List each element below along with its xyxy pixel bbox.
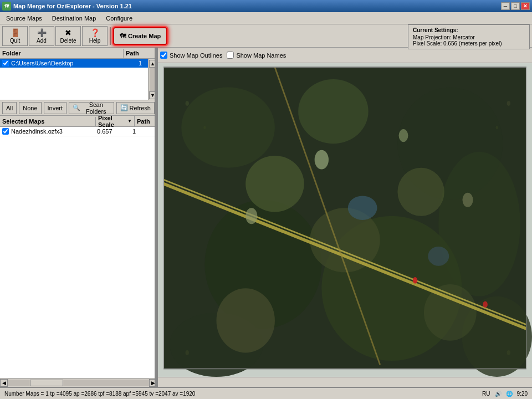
- svg-point-25: [186, 101, 189, 106]
- delete-button[interactable]: ✖ Delete: [55, 26, 81, 46]
- right-panel: Show Map Outlines Show Map Names: [158, 48, 532, 387]
- status-right: RU 🔊 🌐 9:20: [482, 391, 528, 397]
- main-toolbar: 🚪 Quit ➕ Add ✖ Delete ❓ Help 🗺 Create Ma…: [0, 24, 532, 48]
- svg-point-21: [315, 150, 329, 170]
- h-scroll-thumb[interactable]: [30, 380, 63, 386]
- add-icon: ➕: [37, 28, 47, 37]
- svg-point-26: [203, 126, 206, 129]
- close-button[interactable]: ✕: [521, 2, 530, 10]
- none-button[interactable]: None: [19, 102, 41, 114]
- minimize-button[interactable]: ─: [501, 2, 510, 10]
- svg-point-4: [298, 79, 369, 144]
- folder-col-header: Folder: [0, 49, 124, 58]
- projection-label: Map Projection: Mercator: [413, 34, 525, 40]
- delete-icon: ✖: [65, 28, 71, 37]
- svg-point-14: [216, 288, 274, 352]
- bottom-info-bar: [158, 377, 532, 387]
- scroll-left-arrow[interactable]: ◀: [0, 379, 8, 387]
- help-button[interactable]: ❓ Help: [82, 26, 108, 46]
- map-pixel-scale: 0.657: [97, 128, 130, 135]
- svg-point-30: [507, 350, 510, 355]
- maximize-button[interactable]: □: [511, 2, 520, 10]
- title-bar-controls: ─ □ ✕: [501, 2, 530, 10]
- show-outlines-label[interactable]: Show Map Outlines: [160, 52, 222, 59]
- svg-point-23: [245, 208, 257, 224]
- all-button[interactable]: All: [2, 102, 17, 114]
- show-names-checkbox[interactable]: [227, 52, 234, 59]
- folder-index: 1: [135, 60, 146, 66]
- folder-path: C:\Users\User\Desktop: [11, 60, 132, 66]
- svg-point-3: [181, 88, 275, 168]
- scan-folders-button[interactable]: 🔍 Scan Folders: [69, 102, 114, 114]
- svg-point-15: [424, 284, 477, 341]
- create-map-icon: 🗺: [120, 33, 126, 39]
- map-name: Nadezhdinsk.ozfx3: [11, 128, 95, 135]
- path-col-header: Path: [124, 49, 157, 58]
- svg-point-12: [397, 168, 444, 216]
- svg-point-32: [483, 301, 487, 308]
- svg-point-20: [428, 247, 449, 266]
- menu-bar: Source Maps Destination Map Configure: [0, 12, 532, 24]
- menu-configure[interactable]: Configure: [101, 13, 137, 23]
- svg-point-31: [413, 277, 417, 284]
- menu-destination-map[interactable]: Destination Map: [47, 13, 101, 23]
- path-col-header-maps: Path: [135, 117, 157, 126]
- lang-indicator: RU: [482, 391, 490, 397]
- quit-button[interactable]: 🚪 Quit: [2, 26, 28, 46]
- maps-section: Selected Maps Pixel Scale ▼ Path Nadezhd…: [0, 116, 157, 378]
- window-title: Map Merge for OziExplorer - Version 1.21: [13, 3, 132, 9]
- folder-header: Folder Path: [0, 48, 157, 59]
- panel-resize-handle[interactable]: [155, 48, 157, 387]
- show-outlines-checkbox[interactable]: [160, 52, 167, 59]
- svg-point-24: [462, 193, 473, 207]
- svg-point-29: [186, 350, 189, 355]
- app-icon: 🗺: [2, 2, 11, 11]
- title-bar-left: 🗺 Map Merge for OziExplorer - Version 1.…: [2, 2, 132, 11]
- speaker-icon: 🔊: [495, 391, 502, 397]
- maps-list: Nadezhdinsk.ozfx3 0.657 1: [0, 127, 157, 378]
- map-checkbox[interactable]: [2, 128, 9, 135]
- settings-header: Current Settings:: [413, 27, 525, 33]
- pixel-scale-label: Pixel Scale: 0.656 (meters per pixel): [413, 40, 525, 47]
- horizontal-scrollbar: ◀ ▶: [0, 378, 157, 387]
- network-icon: 🌐: [506, 391, 513, 397]
- map-view-container: [158, 63, 532, 387]
- map-svg: [158, 63, 532, 377]
- destination-toolbar: Show Map Outlines Show Map Names: [158, 48, 532, 63]
- svg-point-22: [399, 129, 408, 142]
- svg-point-11: [245, 156, 304, 212]
- clock: 9:20: [517, 391, 528, 397]
- menu-source-maps[interactable]: Source Maps: [1, 13, 47, 23]
- status-text: Number Maps = 1 tp =4095 ap =2686 tpf =8…: [4, 391, 478, 397]
- button-row: All None Invert 🔍 Scan Folders 🔄 Refresh: [0, 100, 157, 116]
- status-bar: Number Maps = 1 tp =4095 ap =2686 tpf =8…: [0, 387, 532, 399]
- title-bar: 🗺 Map Merge for OziExplorer - Version 1.…: [0, 0, 532, 12]
- left-panel: Folder Path C:\Users\User\Desktop 1 ▲ ▼: [0, 48, 158, 387]
- selected-maps-col-header: Selected Maps: [0, 117, 96, 126]
- create-map-button[interactable]: 🗺 Create Map: [113, 27, 167, 45]
- folder-row[interactable]: C:\Users\User\Desktop 1: [0, 59, 148, 68]
- map-path: 1: [132, 128, 155, 135]
- maps-header: Selected Maps Pixel Scale ▼ Path: [0, 116, 157, 127]
- svg-point-28: [496, 126, 498, 129]
- h-scroll-track[interactable]: [8, 380, 149, 386]
- map-view[interactable]: [158, 63, 532, 377]
- toolbar-separator: [110, 27, 111, 45]
- settings-panel: Current Settings: Map Projection: Mercat…: [408, 24, 530, 49]
- svg-point-27: [507, 101, 510, 106]
- invert-button[interactable]: Invert: [44, 102, 67, 114]
- svg-point-19: [348, 196, 377, 220]
- quit-icon: 🚪: [11, 28, 20, 37]
- main-content: Folder Path C:\Users\User\Desktop 1 ▲ ▼: [0, 48, 532, 387]
- folder-checkbox[interactable]: [2, 60, 9, 66]
- sort-icon: ▼: [127, 119, 132, 124]
- show-names-label[interactable]: Show Map Names: [227, 52, 286, 59]
- map-row[interactable]: Nadezhdinsk.ozfx3 0.657 1: [0, 127, 157, 136]
- folder-list: C:\Users\User\Desktop 1: [0, 59, 148, 100]
- refresh-icon: 🔄: [120, 104, 128, 111]
- scan-icon: 🔍: [73, 104, 80, 111]
- folder-section: Folder Path C:\Users\User\Desktop 1 ▲ ▼: [0, 48, 157, 100]
- add-button[interactable]: ➕ Add: [29, 26, 54, 46]
- refresh-button[interactable]: 🔄 Refresh: [116, 102, 155, 114]
- help-icon: ❓: [90, 28, 100, 37]
